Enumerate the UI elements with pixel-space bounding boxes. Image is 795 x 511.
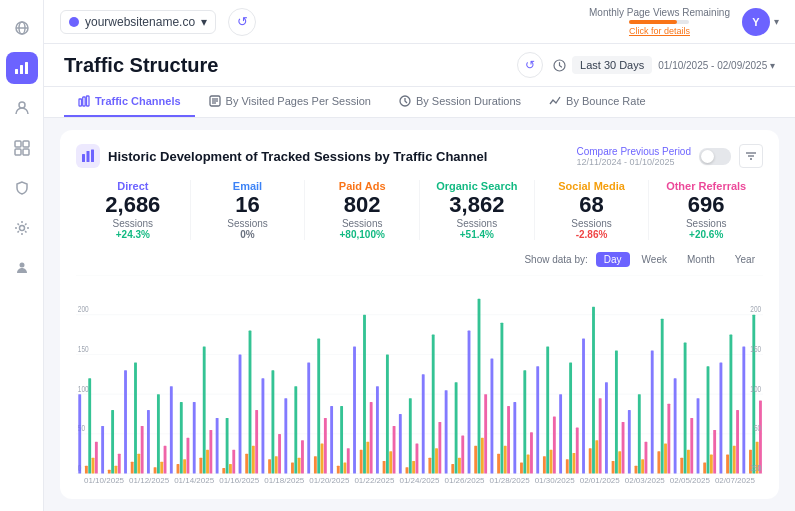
svg-rect-16 — [87, 96, 90, 106]
svg-rect-63 — [183, 460, 186, 474]
header-refresh-button[interactable]: ↺ — [517, 52, 543, 78]
sidebar-item-chart[interactable] — [6, 52, 38, 84]
svg-rect-84 — [278, 434, 281, 474]
sidebar-item-grid[interactable] — [6, 132, 38, 164]
svg-rect-149 — [576, 428, 579, 474]
svg-rect-105 — [376, 387, 379, 474]
header-actions: ↺ Last 30 Days 01/10/2025 - 02/09/2025 ▾ — [517, 52, 775, 78]
svg-rect-100 — [353, 347, 356, 474]
svg-rect-46 — [108, 470, 111, 474]
svg-rect-58 — [160, 462, 163, 474]
date-period[interactable]: Last 30 Days — [572, 56, 652, 74]
tab-session-durations[interactable]: By Session Durations — [385, 87, 535, 117]
monthly-info: Monthly Page Views Remaining Click for d… — [589, 7, 730, 36]
svg-rect-169 — [667, 404, 670, 474]
svg-rect-156 — [612, 461, 615, 474]
chart-area: 250200150100500250200150100500 01/10/202… — [76, 275, 763, 485]
svg-rect-76 — [245, 454, 248, 474]
svg-rect-155 — [605, 383, 608, 474]
time-btn-month[interactable]: Month — [679, 252, 723, 267]
svg-rect-184 — [736, 410, 739, 474]
svg-rect-170 — [674, 379, 677, 474]
chart-title-row: Historic Development of Tracked Sessions… — [76, 144, 487, 168]
compare-toggle[interactable] — [699, 148, 731, 165]
svg-rect-102 — [363, 315, 366, 474]
x-axis-labels: 01/10/202501/12/202501/14/202501/16/2025… — [76, 474, 763, 485]
svg-rect-60 — [170, 387, 173, 474]
svg-rect-177 — [707, 367, 710, 474]
svg-rect-114 — [416, 444, 419, 474]
site-selector[interactable]: yourwebsitename.co ▾ — [60, 10, 216, 34]
svg-rect-130 — [490, 359, 493, 474]
svg-rect-182 — [729, 335, 732, 474]
svg-rect-59 — [164, 446, 167, 474]
svg-rect-77 — [249, 331, 252, 474]
tab-traffic-channels[interactable]: Traffic Channels — [64, 87, 195, 117]
svg-rect-79 — [255, 410, 258, 474]
compare-date: 12/11/2024 - 01/10/2025 — [577, 157, 692, 167]
svg-rect-129 — [484, 395, 487, 474]
svg-rect-132 — [500, 323, 503, 474]
svg-rect-185 — [742, 347, 745, 474]
svg-rect-86 — [291, 463, 294, 474]
metrics-row: Direct 2,686 Sessions +24.3% Email 16 Se… — [76, 176, 763, 244]
sidebar-item-user[interactable] — [6, 92, 38, 124]
time-btn-day[interactable]: Day — [596, 252, 630, 267]
tab-bounce-rate[interactable]: By Bounce Rate — [535, 87, 660, 117]
svg-rect-53 — [137, 454, 140, 474]
svg-rect-56 — [154, 468, 157, 474]
chart-svg: 250200150100500250200150100500 — [76, 275, 763, 474]
svg-rect-42 — [88, 379, 91, 474]
svg-rect-78 — [252, 446, 255, 474]
sidebar-item-settings[interactable] — [6, 212, 38, 244]
time-btn-week[interactable]: Week — [634, 252, 675, 267]
svg-rect-85 — [284, 399, 287, 474]
svg-text:200: 200 — [750, 305, 761, 315]
svg-rect-108 — [389, 452, 392, 474]
time-btn-year[interactable]: Year — [727, 252, 763, 267]
toggle-knob — [701, 150, 714, 163]
tabs-row: Traffic Channels By Visited Pages Per Se… — [44, 87, 795, 118]
svg-rect-126 — [474, 446, 477, 474]
chart-title: Historic Development of Tracked Sessions… — [108, 149, 487, 164]
svg-text:200: 200 — [78, 305, 89, 315]
svg-rect-66 — [199, 458, 202, 474]
svg-rect-147 — [569, 363, 572, 474]
svg-rect-72 — [226, 418, 229, 474]
avatar[interactable]: Y — [742, 8, 770, 36]
svg-rect-14 — [79, 99, 82, 106]
svg-rect-95 — [330, 406, 333, 474]
svg-rect-109 — [393, 426, 396, 474]
svg-rect-5 — [25, 62, 28, 74]
monthly-link[interactable]: Click for details — [589, 26, 730, 36]
svg-rect-167 — [661, 319, 664, 474]
svg-rect-135 — [513, 403, 516, 474]
svg-rect-47 — [111, 410, 114, 474]
svg-text:150: 150 — [750, 344, 761, 354]
svg-rect-69 — [209, 430, 212, 474]
svg-rect-88 — [298, 458, 301, 474]
svg-rect-173 — [687, 450, 690, 474]
svg-rect-96 — [337, 466, 340, 474]
svg-rect-141 — [543, 457, 546, 474]
tab-visited-pages[interactable]: By Visited Pages Per Session — [195, 87, 385, 117]
svg-rect-121 — [451, 464, 454, 474]
filter-icon-btn[interactable] — [739, 144, 763, 168]
svg-rect-128 — [481, 438, 484, 474]
sidebar-item-globe[interactable] — [6, 12, 38, 44]
page-title: Traffic Structure — [64, 54, 218, 77]
svg-rect-151 — [589, 449, 592, 474]
svg-rect-82 — [271, 371, 274, 474]
svg-text:150: 150 — [78, 344, 89, 354]
svg-rect-106 — [383, 461, 386, 474]
sidebar-item-shield[interactable] — [6, 172, 38, 204]
svg-rect-118 — [435, 449, 438, 474]
svg-rect-127 — [478, 299, 481, 474]
refresh-button[interactable]: ↺ — [228, 8, 256, 36]
sidebar-item-person[interactable] — [6, 252, 38, 284]
svg-rect-74 — [232, 450, 235, 474]
svg-rect-143 — [550, 450, 553, 474]
svg-rect-125 — [468, 331, 471, 474]
svg-rect-174 — [690, 418, 693, 474]
svg-point-11 — [19, 226, 24, 231]
